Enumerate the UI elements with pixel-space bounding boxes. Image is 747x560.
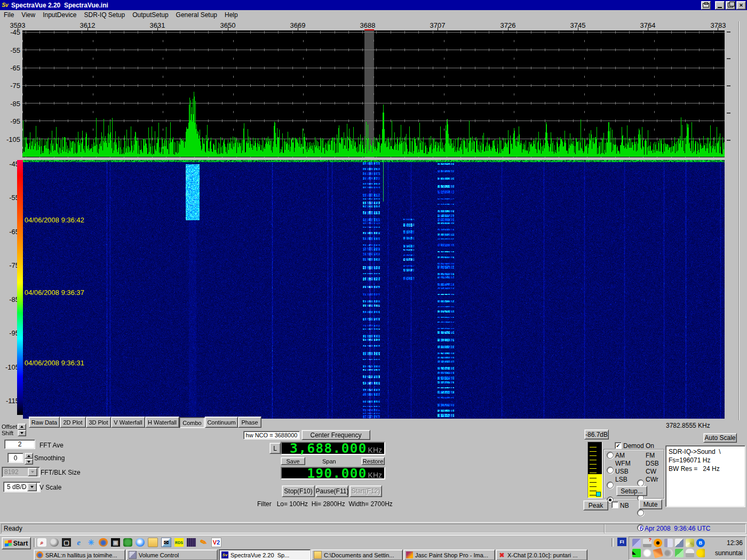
language-indicator[interactable]: FI [617,538,626,546]
restore-button[interactable]: Restore [361,457,385,465]
tab-continuum[interactable]: Continuum [205,417,238,428]
window-edge-groove [738,21,740,420]
peak-button[interactable]: Peak [583,500,608,510]
magnifier-icon[interactable]: ⌕ [37,538,46,547]
internet-explorer-icon[interactable]: e [74,538,83,547]
restore-button[interactable] [726,1,735,10]
printer-alert-icon[interactable]: ? [643,539,651,547]
wheel-icon[interactable] [654,539,662,547]
menu-inputdevice[interactable]: InputDevice [39,10,80,20]
waterfall-timestamp: 04/06/2008 9:36:42 [25,216,84,224]
wf-db-tick-label: -95 [0,329,19,337]
title-bar: Sv SpectraVue 2.20 SpectraVue.ini ✕ [0,0,747,10]
folder-icon[interactable] [148,538,158,547]
tab-2d-plot[interactable]: 2D Plot [60,417,86,428]
messenger-icon[interactable] [136,538,145,547]
pc-task-icon[interactable] [675,539,684,547]
offset-spin-up[interactable] [18,423,26,430]
tab-3d-plot[interactable]: 3D Plot [86,417,111,428]
tab-h-waterfall[interactable]: H Waterfall [145,417,179,428]
alarm-clock-icon[interactable] [643,549,651,557]
waterfall-canvas[interactable] [23,160,725,419]
tab-combo[interactable]: Combo [179,417,205,428]
spectrum-canvas[interactable] [22,30,725,157]
print-window-button[interactable] [701,1,711,10]
setup-button[interactable]: Setup... [616,486,647,496]
menu-outputsetup[interactable]: OutputSetup [129,10,172,20]
tab-raw-data[interactable]: Raw Data [29,417,60,428]
shift-label: Shift [2,430,13,436]
opera-icon[interactable] [50,538,59,547]
smoothing-spin-up[interactable] [25,453,33,459]
pause-button[interactable]: Pause(F11) [316,485,348,497]
span-display[interactable]: 190.000 KHz [281,467,385,479]
waterfall-display[interactable] [23,160,725,419]
smoothing-input[interactable]: 0 [7,453,23,463]
menu-view[interactable]: View [18,10,39,20]
start-button[interactable]: Start [2,537,31,549]
viewer-icon[interactable]: ▣ [111,538,120,547]
radio-dsb-label: DSB [646,460,659,467]
close-button[interactable]: ✕ [736,1,746,10]
menu-sdriq-setup[interactable]: SDR-IQ Setup [81,10,129,20]
network-icon[interactable] [632,539,641,547]
audio-device-icon[interactable] [664,539,673,547]
fft-blk-size-label: FFT/BLK Size [41,469,81,476]
save-button[interactable]: Save [281,457,305,465]
smoothing-spin-down[interactable] [25,459,33,465]
v-scale-dropdown-arrow[interactable] [27,483,37,491]
task-explorer[interactable]: C:\Documents and Settin... [311,549,403,560]
printer-icon [703,3,709,7]
tab-v-waterfall[interactable]: V Waterfall [111,417,145,428]
radio-am[interactable] [607,452,614,459]
auto-scale-button[interactable]: Auto Scale [703,433,737,443]
mute-button[interactable]: Mute [639,499,662,509]
radio-usb[interactable] [607,482,614,489]
menu-general-setup[interactable]: General Setup [172,10,221,20]
brush-icon[interactable] [653,548,663,558]
nb-checkbox[interactable] [611,501,618,508]
imaging-icon[interactable]: ▢ [62,538,71,547]
green-app-icon[interactable] [123,538,132,547]
center-frequency-button[interactable]: Center Frequency [301,430,370,440]
task-xchat[interactable]: ✖ X-Chat [2.0.10c]: puntari ... [496,549,587,560]
cd-icon[interactable] [686,539,694,547]
level-db-button[interactable]: -86.7dB [584,429,609,439]
stop-button[interactable]: Stop(F10) [282,485,315,497]
paintshop-icon[interactable]: ✎ [198,537,209,548]
speaker-icon[interactable] [664,549,673,557]
bluetooth-icon[interactable]: B [696,539,705,547]
radio-wfm[interactable] [607,467,614,474]
demod-on-checkbox[interactable]: ✓ [615,442,622,449]
firefox-icon[interactable] [99,538,108,547]
rds-icon[interactable]: RDS [174,538,184,547]
console-icon[interactable] [187,538,196,547]
tray-separator [611,538,614,547]
restore-icon [728,3,733,7]
minimize-button[interactable] [715,1,725,10]
lock-l-button[interactable]: L [269,443,281,454]
spectrum-display[interactable] [22,30,725,157]
task-sral[interactable]: SRAL:n hallitus ja toimihe... [34,549,125,560]
fft-ave-input[interactable]: 2 [4,439,35,449]
radio-cw[interactable] [637,509,644,516]
menu-help[interactable]: Help [221,10,242,20]
snowflake-icon[interactable]: ✳ [86,538,96,547]
mouse-icon[interactable] [686,549,694,557]
fft-blk-dropdown-arrow[interactable] [28,468,37,476]
update-icon[interactable] [675,549,684,557]
task-spectravue[interactable]: Sv SpectraVue 2.20 Sp... [219,549,311,560]
key-icon[interactable] [696,549,705,557]
windows-logo-icon [5,540,12,546]
wolf-icon[interactable]: ◣ [632,549,641,557]
alert-badge: ? [649,537,652,542]
shift-spin-down[interactable] [18,430,26,436]
tab-phase[interactable]: Phase [238,417,261,428]
task-paintshop[interactable]: Jasc Paint Shop Pro - Ima... [403,549,495,560]
center-frequency-display[interactable]: 3,688.000 KHz [281,442,385,455]
mail-icon[interactable]: ✉ [161,538,171,547]
tray-clock[interactable]: 12:36 [727,539,743,547]
task-volume-control[interactable]: Volume Control [126,549,218,560]
menu-file[interactable]: File [0,10,18,20]
vnc-icon[interactable]: V2 [211,538,221,547]
